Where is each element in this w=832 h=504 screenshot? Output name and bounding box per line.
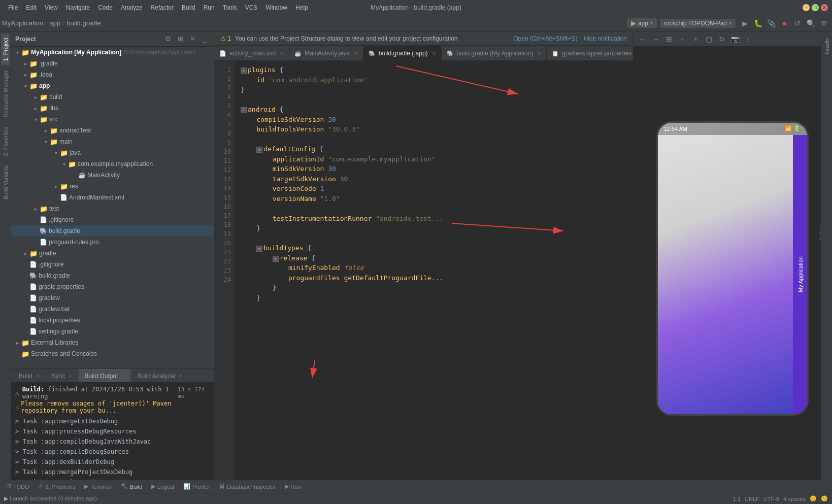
- panel-settings-icon[interactable]: ⚙: [163, 34, 173, 44]
- tree-item-settings-gradle[interactable]: ▸ 📄 settings.gradle: [11, 326, 214, 337]
- database-tool-tab[interactable]: 🗄 Database Inspector: [215, 481, 279, 492]
- indent-status[interactable]: 4 spaces: [783, 496, 806, 502]
- tree-item-gitignore-app[interactable]: ▸ 📄 .gitignore: [11, 214, 214, 225]
- menu-analyze[interactable]: Analyze: [117, 2, 147, 13]
- panel-minimize-icon[interactable]: _: [199, 34, 210, 44]
- close-tab-build-root[interactable]: ✕: [537, 51, 541, 56]
- build-output-tab[interactable]: Build Output ✕: [79, 369, 130, 382]
- zoom-out-button[interactable]: －: [677, 34, 687, 44]
- tree-item-src[interactable]: ▾ 📁 src: [11, 114, 214, 125]
- menu-refactor[interactable]: Refactor: [147, 2, 178, 13]
- open-project-structure-link[interactable]: Open (Ctrl+Alt+Shift+S): [513, 35, 577, 42]
- close-tab-build-app[interactable]: ✕: [432, 51, 436, 56]
- zoom-in-button[interactable]: ＋: [690, 34, 701, 44]
- fold-9[interactable]: ▾: [256, 147, 262, 153]
- tree-item-external-libs[interactable]: ▸ 📁 External Libraries: [11, 337, 214, 348]
- tree-item-res[interactable]: ▸ 📁 res: [11, 181, 214, 192]
- menu-code[interactable]: Code: [94, 2, 117, 13]
- code-content[interactable]: ▾plugins { id 'com.android.application' …: [235, 61, 633, 480]
- menu-window[interactable]: Window: [261, 2, 291, 13]
- back-button[interactable]: ←: [638, 34, 648, 44]
- sync-tab[interactable]: Sync ✕: [46, 369, 78, 382]
- tree-item-gradle-root[interactable]: ▸ 📁 gradle: [11, 248, 214, 259]
- tree-item-buildgradle-root[interactable]: ▸ 🐘 build.gradle: [11, 270, 214, 281]
- fold-20[interactable]: ▾: [273, 256, 279, 262]
- menu-navigate[interactable]: Navigate: [62, 2, 94, 13]
- panel-layout-icon[interactable]: ⊞: [175, 34, 185, 44]
- fold-5[interactable]: ▾: [241, 107, 247, 113]
- tree-item-test[interactable]: ▸ 📁 test: [11, 203, 214, 214]
- share-button[interactable]: ↑: [743, 34, 753, 44]
- menu-file[interactable]: File: [4, 2, 22, 13]
- position-status[interactable]: 1:1: [733, 496, 741, 502]
- forward-button[interactable]: →: [651, 34, 661, 44]
- tree-root[interactable]: ▾ 📁 MyApplication [My Application] D:\An…: [11, 47, 214, 58]
- tree-item-java[interactable]: ▾ 📁 java: [11, 147, 214, 158]
- sync-button[interactable]: ↺: [791, 17, 804, 29]
- build-tool-tab[interactable]: 🔨 Build: [117, 481, 146, 492]
- breadcrumb-file[interactable]: build.gradle: [66, 19, 101, 27]
- close-tab-mainactivity[interactable]: ✕: [354, 51, 358, 56]
- search-everywhere-button[interactable]: 🔍: [805, 17, 817, 29]
- tab-mainactivity[interactable]: ☕ MainActivity.java ✕: [289, 46, 363, 60]
- tree-item-gradle-properties[interactable]: ▸ 📄 gradle.properties: [11, 281, 214, 292]
- problems-tool-tab[interactable]: ⚠ 6: Problems: [35, 481, 80, 492]
- run-button[interactable]: ▶: [739, 17, 751, 29]
- tree-item-idea[interactable]: ▸ 📁 .idea: [11, 69, 214, 80]
- menu-help[interactable]: Help: [291, 2, 312, 13]
- close-tab-activity-main[interactable]: ✕: [280, 51, 284, 56]
- gradle-right-tab[interactable]: Gradle: [822, 33, 831, 58]
- fold-1[interactable]: ▾: [241, 68, 247, 74]
- build-variants-tab[interactable]: Build Variants: [1, 161, 10, 204]
- tab-build-root[interactable]: 🐘 build.gradle (My Application) ✕: [442, 46, 547, 60]
- settings-button[interactable]: ⚙: [818, 17, 830, 29]
- tree-item-pkg[interactable]: ▾ 📁 com.example.myapplication: [11, 158, 214, 170]
- profiler-tool-tab[interactable]: 📊 Profiler: [179, 481, 214, 492]
- run-tool-tab[interactable]: ▶ Run: [281, 481, 305, 492]
- terminal-tool-tab[interactable]: ▶ Terminal: [80, 481, 116, 492]
- run-config-selector[interactable]: ▶ app ▾: [627, 18, 657, 28]
- menu-build[interactable]: Build: [178, 2, 199, 13]
- menu-run[interactable]: Run: [199, 2, 219, 13]
- frame-button[interactable]: ▢: [704, 34, 714, 44]
- screenshot-button[interactable]: 📷: [730, 34, 740, 44]
- breadcrumb-app[interactable]: app: [49, 19, 60, 27]
- debug-button[interactable]: 🐛: [752, 17, 764, 29]
- side-label-xplorer[interactable]: Xplorer: [818, 223, 821, 241]
- attach-button[interactable]: 📎: [765, 17, 777, 29]
- close-button[interactable]: ✕: [821, 4, 828, 11]
- fold-19[interactable]: ▾: [256, 246, 262, 252]
- stop-button[interactable]: ■: [778, 17, 790, 29]
- tree-item-androidtest[interactable]: ▸ 📁 androidTest: [11, 125, 214, 136]
- tree-item-gradle-dir[interactable]: ▸ 📁 .gradle: [11, 58, 214, 69]
- tree-item-mainactivity[interactable]: ▸ ☕ MainActivity: [11, 170, 214, 181]
- grid-button[interactable]: ⊞: [664, 34, 674, 44]
- tree-item-scratches[interactable]: ▸ 📁 Scratches and Consoles: [11, 348, 214, 359]
- tab-build-app[interactable]: 🐘 build.gradle (:app) ✕: [363, 46, 442, 60]
- tree-item-androidmanifest[interactable]: ▸ 📄 AndroidManifest.xml: [11, 192, 214, 203]
- encoding-status[interactable]: UTF-8: [763, 496, 779, 502]
- minimize-button[interactable]: －: [803, 4, 810, 11]
- tree-item-main[interactable]: ▾ 📁 main: [11, 136, 214, 147]
- tree-item-proguard[interactable]: ▸ 📄 proguard-rules.pro: [11, 237, 214, 248]
- tree-item-gradlew-bat[interactable]: ▸ 📄 gradlew.bat: [11, 304, 214, 315]
- build-analyzer-tab[interactable]: Build Analyzer ✕: [131, 369, 188, 382]
- menu-tools[interactable]: Tools: [219, 2, 241, 13]
- line-ending-status[interactable]: CRLF: [745, 496, 759, 502]
- tree-item-app[interactable]: ▾ 📁 app: [11, 80, 214, 91]
- todo-tool-tab[interactable]: ☑ TODO: [2, 481, 34, 492]
- rotate-button[interactable]: ↻: [717, 34, 727, 44]
- tree-item-buildgradle-app[interactable]: ▸ 🐘 build.gradle: [11, 225, 214, 237]
- logcat-tool-tab[interactable]: ▶ Logcat: [147, 481, 178, 492]
- project-tab[interactable]: 1: Project: [1, 33, 10, 65]
- build-tab[interactable]: Build ✕: [13, 369, 45, 382]
- tree-item-gradlew[interactable]: ▸ 📄 gradlew: [11, 292, 214, 304]
- hide-notification-link[interactable]: Hide notification: [584, 35, 627, 42]
- menu-view[interactable]: View: [41, 2, 62, 13]
- tree-item-gitignore-root[interactable]: ▸ 📄 .gitignore: [11, 259, 214, 270]
- breadcrumb-myapp[interactable]: MyApplication: [2, 19, 43, 27]
- menu-vcs[interactable]: VCS: [241, 2, 262, 13]
- panel-gear-icon[interactable]: ✕: [187, 34, 197, 44]
- device-selector[interactable]: rockchip TOPDON-Pad ▾: [660, 19, 736, 28]
- maximize-button[interactable]: □: [812, 4, 819, 11]
